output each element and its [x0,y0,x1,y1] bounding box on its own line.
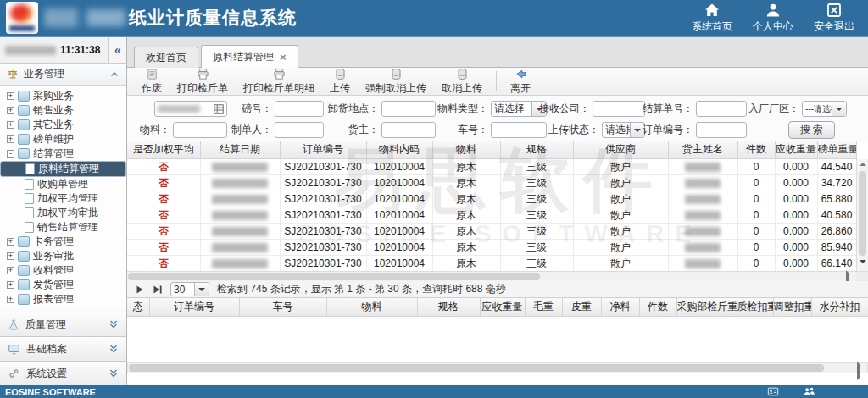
column-header[interactable]: 采购部检斤重量 [676,298,737,317]
scroll-up-icon[interactable] [857,159,868,169]
date-input[interactable] [154,101,227,117]
badge-icon[interactable] [767,386,779,397]
collapse-minus-icon[interactable] [7,150,14,158]
column-header[interactable]: 结算日期 [200,141,280,159]
expand-plus-icon[interactable] [7,135,14,143]
expand-plus-icon[interactable] [7,281,14,289]
sidebar-item-approval[interactable]: 业务审批 [0,249,126,263]
scrollbar-thumb[interactable] [128,273,540,280]
sidebar-collapse-button[interactable]: « [108,37,126,63]
column-header[interactable]: 态 [127,298,149,317]
factory-area-select[interactable]: ---请选择-- [802,101,847,117]
sidebar-item-purchasing[interactable]: 采购业务 [0,89,126,103]
column-header[interactable]: 供应商 [573,141,668,159]
sidebar-item-purchase-order[interactable]: 收购单管理 [0,177,126,191]
sidebar-item-reports[interactable]: 报表管理 [0,292,126,307]
truck-no-input[interactable] [491,122,547,138]
scale-no-input[interactable] [275,101,324,117]
horizontal-scrollbar-grid1[interactable] [127,271,868,281]
expand-plus-icon[interactable] [7,252,14,260]
upload-button[interactable]: 上传 [322,68,358,95]
owner-input[interactable] [381,122,436,138]
expand-plus-icon[interactable] [7,92,14,100]
column-header[interactable]: 订单编号 [280,141,366,159]
scroll-down-icon[interactable] [857,258,868,268]
sidebar-group-quality[interactable]: 质量管理 [0,312,126,336]
search-button[interactable]: 搜 索 [788,121,835,139]
nav-personal-center[interactable]: 个人中心 [753,2,793,34]
sidebar-group-base-archive[interactable]: 基础档案 [0,336,126,361]
sidebar-item-settlement[interactable]: 结算管理 [0,146,126,161]
page-size-select[interactable]: 30 [170,282,209,296]
sidebar-group-business[interactable]: 业务管理 [0,64,126,86]
settle-no-input[interactable] [696,101,747,117]
users-icon[interactable] [803,386,815,397]
leave-button[interactable]: 离开 [503,68,538,95]
print-weigh-ticket-detail-button[interactable]: 打印检斤单明细 [236,68,322,95]
table-row[interactable]: 否 SJ20210301-730 102010004 原木 三级 散户 0 0.… [127,191,856,207]
column-header[interactable]: 质检扣重 [737,298,773,317]
sidebar-item-receiving[interactable]: 收料管理 [0,263,126,278]
sidebar-item-weighbill-maintain[interactable]: 磅单维护 [0,132,126,146]
tab-welcome[interactable]: 欢迎首页 [134,47,198,68]
material-input[interactable] [173,122,227,138]
last-page-icon[interactable] [153,285,163,295]
column-header[interactable]: 水分补扣 [811,298,868,317]
expand-plus-icon[interactable] [7,267,14,274]
column-header[interactable]: 磅单重量 [817,141,856,159]
force-cancel-upload-button[interactable]: 强制取消上传 [358,68,434,95]
column-header[interactable]: 毛重 [525,298,562,317]
column-header[interactable]: 货主姓名 [668,141,737,159]
column-header[interactable]: 调整扣重 [773,298,811,317]
sidebar-item-weighted-average-approve[interactable]: 加权平均审批 [0,206,126,220]
nav-logout[interactable]: 安全退出 [814,2,854,34]
expand-plus-icon[interactable] [7,107,14,114]
column-header[interactable]: 订单编号 [149,298,239,317]
sidebar-item-other[interactable]: 其它业务 [0,118,126,132]
sidebar-group-system-settings[interactable]: 系统设置 [0,361,126,385]
sidebar-item-sales[interactable]: 销售业务 [0,103,126,118]
column-header[interactable]: 皮重 [562,298,601,317]
print-weigh-ticket-button[interactable]: 打印检斤单 [170,68,236,95]
tab-raw-material-settlement[interactable]: 原料结算管理 × [201,45,298,68]
horizontal-scrollbar-grid2[interactable] [127,362,868,373]
table-row[interactable]: 否 SJ20210301-730 102010004 原木 三级 散户 0 0.… [127,207,856,224]
unload-place-input[interactable] [381,101,436,117]
column-header[interactable]: 净料 [601,298,639,317]
column-header[interactable]: 件数 [639,298,676,317]
column-header[interactable]: 应收重量 [775,141,817,159]
next-page-icon[interactable] [135,285,145,295]
column-header[interactable]: 件数 [737,141,775,159]
table-row[interactable]: 否 SJ20210301-730 102010004 原木 三级 散户 0 0.… [127,256,856,272]
expand-plus-icon[interactable] [7,121,14,129]
expand-plus-icon[interactable] [7,296,14,303]
column-header[interactable]: 物料 [432,141,500,159]
close-tab-icon[interactable]: × [280,52,287,63]
void-button[interactable]: 作废 [134,68,170,95]
maker-input[interactable] [275,122,324,138]
sidebar-item-raw-material-settlement[interactable]: 原料结算管理 [0,161,126,177]
scroll-right-icon[interactable] [857,365,864,377]
sidebar-item-weighted-average[interactable]: 加权平均管理 [0,191,126,206]
table-row[interactable]: 否 SJ20210301-730 102010004 原木 三级 散户 0 0.… [127,159,856,175]
scrollbar-thumb[interactable] [129,364,824,372]
table-row[interactable]: 否 SJ20210301-730 102010004 原木 三级 散户 0 0.… [127,175,856,191]
upload-status-select[interactable]: 请选择 [602,122,645,138]
expand-plus-icon[interactable] [7,238,14,246]
table-row[interactable]: 否 SJ20210301-730 102010004 原木 三级 散户 0 0.… [127,224,856,240]
sidebar-item-shipping[interactable]: 发货管理 [0,278,126,292]
column-header[interactable]: 物料内码 [366,141,432,159]
column-header[interactable]: 车号 [239,298,326,317]
receive-company-input[interactable] [593,101,645,117]
order-no-input[interactable] [696,122,747,138]
column-header[interactable]: 规格 [417,298,480,317]
column-header[interactable]: 规格 [500,141,573,159]
table-row[interactable]: 否 SJ20210301-730 102010004 原木 三级 散户 0 0.… [127,240,856,256]
sidebar-item-sales-settlement[interactable]: 销售结算管理 [0,220,126,235]
column-header[interactable]: 物料 [326,298,417,317]
column-header[interactable]: 应收重量 [480,298,525,317]
cancel-upload-button[interactable]: 取消上传 [434,68,490,95]
chevron-up-icon[interactable] [109,70,120,78]
scrollbar-thumb[interactable] [859,171,866,256]
sidebar-item-card[interactable]: 卡务管理 [0,235,126,249]
